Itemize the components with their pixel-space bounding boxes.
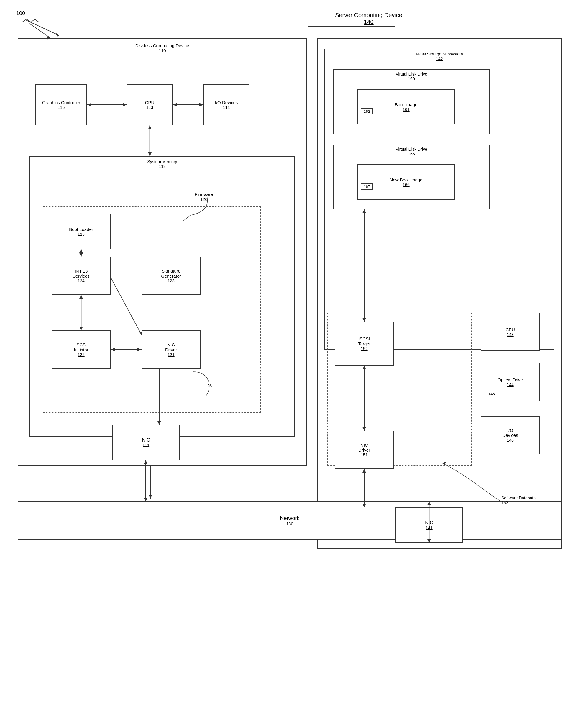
io-114-num: 114	[223, 105, 230, 110]
io-146-num: 146	[507, 438, 513, 442]
optical-drive-num: 144	[507, 382, 513, 387]
vdd-160-box: Virtual Disk Drive 160 Boot Image 161 16…	[333, 69, 490, 134]
svg-line-84	[29, 24, 50, 38]
graphics-controller-box: Graphics Controller 115	[35, 84, 87, 125]
svg-marker-67	[144, 498, 148, 501]
io-146-box: I/ODevices 146	[481, 416, 540, 454]
ref-126: 126	[205, 384, 212, 388]
int13-label: INT 13Services	[73, 268, 90, 279]
nic-111-box: NIC 111	[112, 425, 180, 460]
graphics-controller-num: 115	[58, 105, 64, 110]
boot-image-box: Boot Image 161	[358, 89, 455, 125]
nic-driver-121-box: NICDriver 121	[141, 330, 201, 369]
optical-drive-label: Optical Drive	[498, 377, 523, 382]
sys-mem-title: System Memory 112	[30, 159, 294, 169]
nic-driver-121-num: 121	[167, 352, 174, 357]
svg-line-0	[26, 20, 59, 35]
nic-141-label: NIC	[425, 520, 433, 525]
nic-141-num: 141	[426, 525, 432, 530]
boot-image-num: 161	[402, 107, 410, 112]
svg-marker-24	[149, 495, 152, 498]
graphics-controller-label: Graphics Controller	[42, 100, 80, 105]
ref-167: 167	[361, 183, 373, 190]
vdd-165-box: Virtual Disk Drive 165 New Boot Image 16…	[333, 145, 490, 209]
cpu-113-label: CPU	[145, 100, 155, 105]
vdd-165-title: Virtual Disk Drive 165	[334, 147, 489, 156]
io-114-label: I/O Devices	[215, 100, 238, 105]
ref-145-box: 145	[485, 391, 498, 397]
io-114-box: I/O Devices 114	[204, 84, 249, 125]
nic-driver-151-num: 151	[361, 452, 368, 457]
int13-num: 124	[78, 279, 84, 283]
new-boot-image-label: New Boot Image	[390, 177, 423, 182]
boot-loader-num: 125	[78, 232, 84, 237]
cpu-143-box: CPU 143	[481, 313, 540, 351]
nic-driver-151-label: NICDriver	[358, 442, 370, 452]
sig-gen-box: SignatureGenerator 123	[141, 257, 201, 295]
diskless-device-title: Diskless Computing Device 110	[18, 42, 306, 54]
sig-gen-num: 123	[167, 279, 174, 283]
iscsi-init-box: iSCSIInitiator 122	[52, 330, 111, 369]
iscsi-init-label: iSCSIInitiator	[74, 342, 88, 352]
server-device-label: Server Computing Device 140	[310, 12, 428, 25]
new-boot-image-num: 166	[402, 182, 410, 187]
iscsi-target-num: 152	[361, 346, 368, 351]
cpu-143-num: 143	[507, 332, 513, 337]
ref-100-label: 100	[16, 10, 25, 17]
int13-box: INT 13Services 124	[52, 257, 111, 295]
io-146-label: I/ODevices	[502, 428, 518, 438]
vdd-160-title: Virtual Disk Drive 160	[334, 72, 489, 81]
sw-datapath-label: Software Datapath 153	[501, 496, 535, 505]
cpu-113-num: 113	[146, 105, 153, 110]
boot-loader-box: Boot Loader 125	[52, 214, 111, 249]
nic-111-num: 111	[142, 443, 149, 447]
nic-111-label: NIC	[142, 438, 150, 443]
firmware-label: Firmware 120	[195, 192, 213, 202]
svg-marker-1	[56, 33, 59, 36]
iscsi-target-label: iSCSITarget	[358, 336, 370, 346]
sig-gen-label: SignatureGenerator	[161, 268, 181, 279]
network-num: 130	[286, 521, 293, 526]
cpu-113-box: CPU 113	[127, 84, 173, 125]
ref-162: 162	[361, 108, 373, 114]
new-boot-image-box: New Boot Image 166	[358, 164, 455, 200]
diagram: 100 Server Computing Device 140 Diskless…	[0, 0, 581, 728]
cpu-143-label: CPU	[505, 327, 515, 332]
nic-driver-121-label: NICDriver	[165, 342, 177, 352]
boot-image-label: Boot Image	[395, 102, 418, 107]
nic-driver-151-box: NICDriver 151	[335, 431, 394, 469]
network-label: Network	[280, 515, 299, 521]
iscsi-init-num: 122	[78, 352, 84, 357]
mass-storage-title: Mass Storage Subsystem 142	[325, 52, 554, 61]
boot-loader-label: Boot Loader	[69, 227, 93, 232]
nic-141-box: NIC 141	[395, 508, 463, 543]
iscsi-target-box: iSCSITarget 152	[335, 321, 394, 366]
network-box: Network 130	[18, 501, 562, 540]
